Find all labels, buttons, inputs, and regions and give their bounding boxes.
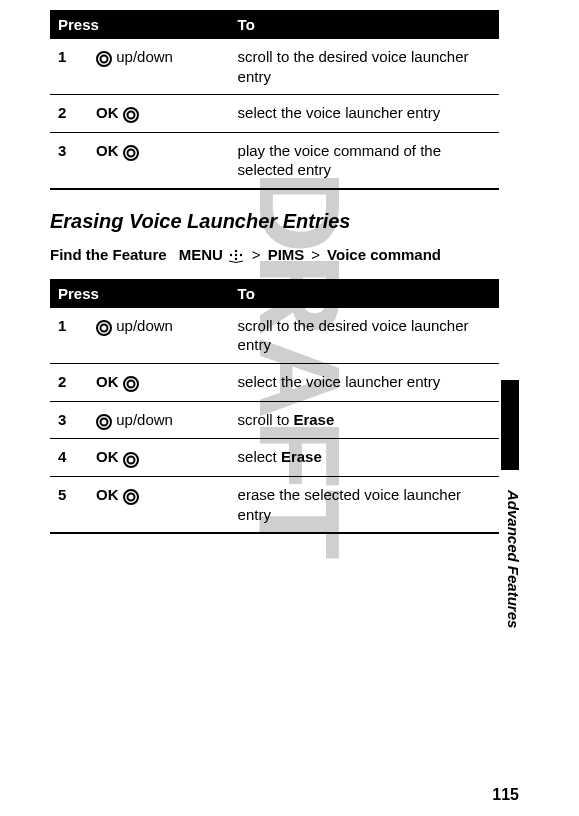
to-cell: select the voice launcher entry xyxy=(230,95,499,133)
table-row: 1 up/down scroll to the desired voice la… xyxy=(50,39,499,95)
find-feature-row: Find the Feature MENU > PIMS > Voice com… xyxy=(50,245,499,264)
table-row: 3 OK play the voice command of the selec… xyxy=(50,132,499,189)
press-label: up/down xyxy=(116,317,173,334)
row-number: 4 xyxy=(50,439,88,477)
table2-header-press: Press xyxy=(50,279,230,308)
press-label: up/down xyxy=(116,411,173,428)
press-cell: OK xyxy=(88,363,230,401)
menu-label: MENU xyxy=(179,246,223,263)
svg-point-17 xyxy=(101,418,108,425)
table-row: 2 OK select the voice launcher entry xyxy=(50,95,499,133)
to-cell: play the voice command of the selected e… xyxy=(230,132,499,189)
row-number: 5 xyxy=(50,477,88,534)
pims-label: PIMS xyxy=(268,246,305,263)
svg-point-4 xyxy=(127,112,134,119)
table-row: 1 up/down scroll to the desired voice la… xyxy=(50,308,499,364)
table-row: 2 OK select the voice launcher entry xyxy=(50,363,499,401)
separator: > xyxy=(311,246,320,263)
voice-command-label: Voice command xyxy=(327,246,441,263)
table1-header-press: Press xyxy=(50,10,230,39)
menu-dots-icon xyxy=(227,245,245,264)
ok-label: OK xyxy=(96,373,119,390)
svg-point-11 xyxy=(240,254,242,256)
to-cell: select Erase xyxy=(230,439,499,477)
svg-point-18 xyxy=(124,453,138,467)
ok-label: OK xyxy=(96,142,119,159)
table-row: 3 up/down scroll to Erase xyxy=(50,401,499,439)
press-cell: up/down xyxy=(88,39,230,95)
nav-circle-icon xyxy=(96,317,112,337)
page-number: 115 xyxy=(492,786,519,804)
svg-point-12 xyxy=(97,321,111,335)
ok-label: OK xyxy=(96,104,119,121)
breadcrumb: MENU > PIMS > Voice command xyxy=(179,245,441,264)
svg-point-1 xyxy=(97,52,111,66)
press-cell: up/down xyxy=(88,308,230,364)
press-label: up/down xyxy=(116,48,173,65)
table2-header-to: To xyxy=(230,279,499,308)
table-row: 5 OK erase the selected voice launcher e… xyxy=(50,477,499,534)
svg-point-6 xyxy=(127,150,134,157)
press-to-table-1: Press To 1 up/down scroll to the desired… xyxy=(50,10,499,190)
press-to-table-2: Press To 1 up/down scroll to the desired… xyxy=(50,279,499,534)
row-number: 1 xyxy=(50,308,88,364)
nav-circle-icon xyxy=(96,48,112,68)
press-cell: OK xyxy=(88,477,230,534)
svg-point-9 xyxy=(235,254,237,256)
svg-point-8 xyxy=(235,250,237,252)
svg-point-14 xyxy=(124,377,138,391)
press-cell: OK xyxy=(88,95,230,133)
nav-circle-icon xyxy=(123,486,139,506)
nav-circle-icon xyxy=(123,104,139,124)
press-cell: up/down xyxy=(88,401,230,439)
svg-point-19 xyxy=(127,456,134,463)
row-number: 3 xyxy=(50,401,88,439)
to-cell: select the voice launcher entry xyxy=(230,363,499,401)
svg-point-2 xyxy=(101,56,108,63)
row-number: 2 xyxy=(50,363,88,401)
svg-point-20 xyxy=(124,490,138,504)
ok-label: OK xyxy=(96,486,119,503)
find-feature-label: Find the Feature xyxy=(50,246,167,263)
svg-point-3 xyxy=(124,108,138,122)
section-title: Erasing Voice Launcher Entries xyxy=(50,210,499,233)
svg-point-21 xyxy=(127,494,134,501)
svg-point-15 xyxy=(127,381,134,388)
ok-label: OK xyxy=(96,448,119,465)
to-cell: erase the selected voice launcher entry xyxy=(230,477,499,534)
svg-point-10 xyxy=(235,258,237,260)
to-cell: scroll to the desired voice launcher ent… xyxy=(230,308,499,364)
table-row: 4 OK select Erase xyxy=(50,439,499,477)
svg-point-7 xyxy=(230,254,232,256)
svg-point-16 xyxy=(97,415,111,429)
nav-circle-icon xyxy=(96,411,112,431)
press-cell: OK xyxy=(88,439,230,477)
to-cell: scroll to the desired voice launcher ent… xyxy=(230,39,499,95)
row-number: 3 xyxy=(50,132,88,189)
separator: > xyxy=(252,246,261,263)
svg-point-13 xyxy=(101,325,108,332)
nav-circle-icon xyxy=(123,142,139,162)
row-number: 1 xyxy=(50,39,88,95)
to-cell: scroll to Erase xyxy=(230,401,499,439)
nav-circle-icon xyxy=(123,373,139,393)
press-cell: OK xyxy=(88,132,230,189)
nav-circle-icon xyxy=(123,449,139,469)
row-number: 2 xyxy=(50,95,88,133)
svg-point-5 xyxy=(124,146,138,160)
table1-header-to: To xyxy=(230,10,499,39)
